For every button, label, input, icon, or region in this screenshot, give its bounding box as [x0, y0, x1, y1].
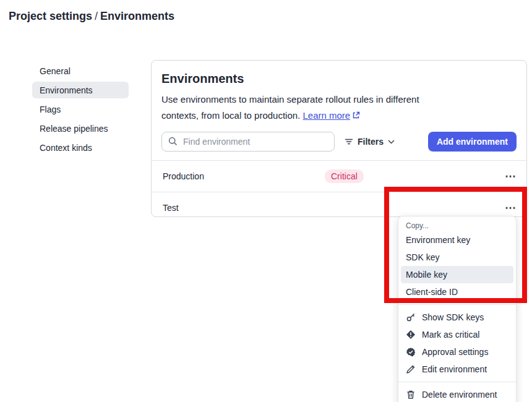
card-description: Use environments to maintain separate ro…: [161, 92, 453, 124]
description-text: Use environments to maintain separate ro…: [161, 94, 419, 121]
menu-divider: [398, 382, 516, 382]
chevron-down-icon: [388, 140, 395, 144]
search-icon: [168, 137, 178, 146]
env-name: Production: [163, 171, 204, 181]
critical-icon: [406, 330, 416, 340]
environments-card: Environments Use environments to maintai…: [151, 60, 527, 217]
card-title: Environments: [161, 72, 517, 86]
menu-item-client-side-id[interactable]: Client-side ID: [398, 283, 516, 301]
menu-item-approval-settings[interactable]: Approval settings: [398, 343, 516, 361]
menu-divider: [398, 304, 516, 305]
env-name: Test: [163, 203, 179, 213]
menu-item-environment-key[interactable]: Environment key: [398, 231, 516, 249]
pencil-icon: [406, 364, 416, 374]
sidebar-item-general[interactable]: General: [32, 62, 129, 79]
add-environment-button[interactable]: Add environment: [428, 132, 517, 152]
sidebar-item-label: Release pipelines: [40, 124, 108, 134]
sidebar-item-label: General: [40, 66, 71, 76]
copy-section-label: Copy...: [398, 220, 516, 231]
breadcrumb-environments: Environments: [100, 10, 174, 22]
trash-icon: [406, 390, 416, 400]
menu-item-mobile-key[interactable]: Mobile key: [401, 266, 513, 283]
sidebar-item-label: Flags: [40, 105, 61, 114]
sidebar-item-release-pipelines[interactable]: Release pipelines: [32, 120, 129, 137]
sidebar-item-flags[interactable]: Flags: [32, 101, 129, 118]
sidebar-item-label: Context kinds: [40, 143, 92, 153]
menu-item-label: Approval settings: [422, 347, 488, 357]
breadcrumb: Project settings/Environments: [9, 10, 174, 23]
row-actions-menu: Copy... Environment key SDK key Mobile k…: [398, 216, 517, 402]
toolbar: Filters Add environment: [161, 132, 517, 152]
search-input[interactable]: [161, 132, 335, 152]
learn-more-link[interactable]: Learn more: [302, 110, 350, 121]
sidebar-item-label: Environments: [40, 85, 93, 95]
sidebar-item-environments[interactable]: Environments: [32, 82, 129, 98]
menu-item-label: Mark as critical: [422, 330, 479, 340]
filters-label: Filters: [358, 137, 384, 147]
menu-item-label: Delete environment: [422, 390, 497, 400]
approval-seal-icon: [406, 347, 416, 357]
menu-item-mark-as-critical[interactable]: Mark as critical: [398, 326, 516, 343]
key-icon: [406, 312, 416, 322]
menu-item-label: Edit environment: [422, 364, 487, 374]
sidebar-item-context-kinds[interactable]: Context kinds: [32, 139, 129, 156]
filter-lines-icon: [345, 138, 353, 145]
menu-item-sdk-key[interactable]: SDK key: [398, 249, 516, 266]
env-row-production[interactable]: Production Critical ⋯: [152, 161, 526, 192]
critical-badge: Critical: [325, 169, 364, 183]
row-actions-button[interactable]: ⋯: [505, 202, 517, 213]
breadcrumb-project-settings[interactable]: Project settings: [9, 10, 92, 22]
breadcrumb-separator: /: [92, 10, 100, 22]
menu-item-edit-environment[interactable]: Edit environment: [398, 361, 516, 378]
menu-item-label: Show SDK keys: [422, 312, 484, 322]
menu-item-delete-environment[interactable]: Delete environment: [398, 386, 516, 402]
menu-item-show-sdk-keys[interactable]: Show SDK keys: [398, 309, 516, 326]
filters-button[interactable]: Filters: [345, 137, 395, 147]
settings-sidebar: General Environments Flags Release pipel…: [32, 62, 129, 158]
external-link-icon: [352, 111, 360, 119]
search-box: [161, 132, 335, 152]
row-actions-button[interactable]: ⋯: [505, 171, 517, 182]
